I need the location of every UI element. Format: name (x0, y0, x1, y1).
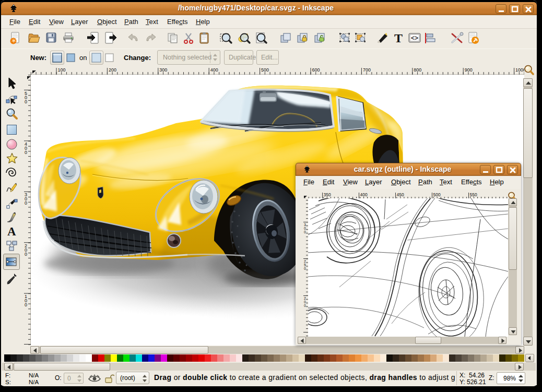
svg-text:0: 0 (25, 99, 27, 104)
svg-text:0: 0 (304, 227, 306, 230)
svg-text:0: 0 (304, 230, 306, 234)
svg-text:350: 350 (324, 192, 331, 197)
svg-text:3: 3 (304, 223, 306, 227)
svg-text:450: 450 (397, 192, 404, 197)
svg-text:700: 700 (363, 67, 371, 73)
svg-text:800: 800 (414, 67, 421, 73)
svg-text:100: 100 (58, 67, 66, 73)
svg-text:550: 550 (470, 192, 477, 197)
svg-text:0: 0 (304, 304, 306, 307)
svg-text:200: 200 (109, 67, 116, 73)
svg-text:400: 400 (210, 67, 218, 73)
svg-text:400: 400 (360, 192, 368, 197)
svg-text:600: 600 (312, 67, 320, 73)
svg-text:300: 300 (159, 67, 167, 73)
svg-text:0: 0 (25, 150, 27, 155)
svg-text:900: 900 (465, 67, 473, 73)
svg-text:2: 2 (304, 296, 306, 300)
svg-text:1000: 1000 (515, 67, 524, 73)
svg-text:2: 2 (304, 259, 306, 263)
svg-text:500: 500 (261, 67, 269, 73)
svg-text:0: 0 (304, 267, 306, 270)
svg-text:A: A (7, 225, 16, 238)
svg-text:<>: <> (411, 34, 418, 42)
svg-text:0: 0 (25, 302, 27, 307)
svg-text:5: 5 (304, 263, 306, 267)
svg-text:0: 0 (304, 300, 306, 304)
svg-text:0: 0 (25, 252, 27, 257)
svg-text:500: 500 (433, 192, 441, 197)
svg-text:0: 0 (25, 200, 27, 206)
svg-text:T: T (394, 32, 403, 45)
